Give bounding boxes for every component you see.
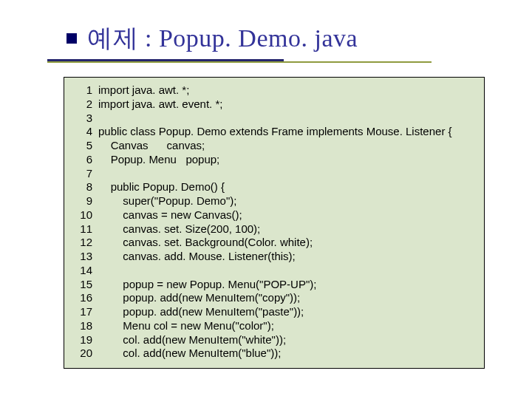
line-number: 20	[72, 347, 92, 361]
code-line: 3	[72, 112, 477, 126]
line-number: 15	[72, 278, 92, 292]
line-number: 9	[72, 194, 92, 208]
line-number: 8	[72, 180, 92, 194]
slide-title: 예제 : Popup. Demo. java	[87, 21, 358, 55]
line-text: canvas = new Canvas();	[98, 208, 477, 222]
title-bullet-icon	[66, 33, 77, 44]
code-line: 13 canvas. add. Mouse. Listener(this);	[72, 250, 477, 264]
code-line: 10 canvas = new Canvas();	[72, 208, 477, 222]
line-number: 3	[72, 112, 92, 126]
slide-title-row: 예제 : Popup. Demo. java	[66, 18, 502, 59]
line-text: import java. awt. event. *;	[98, 98, 477, 112]
line-number: 12	[72, 236, 92, 250]
line-number: 18	[72, 319, 92, 333]
code-line: 14	[72, 264, 477, 278]
code-line: 16 popup. add(new MenuItem("copy"));	[72, 291, 477, 305]
line-text	[98, 167, 477, 181]
line-text: Canvas canvas;	[98, 139, 477, 153]
line-number: 2	[72, 98, 92, 112]
underline-bar-secondary	[47, 61, 432, 63]
line-text: popup. add(new MenuItem("copy"));	[98, 291, 477, 305]
code-line: 1import java. awt. *;	[72, 83, 477, 98]
line-number: 6	[72, 153, 92, 167]
line-number: 5	[72, 139, 92, 153]
code-line: 18 Menu col = new Menu("color");	[72, 319, 477, 333]
code-block: 1import java. awt. *;2import java. awt. …	[64, 77, 485, 369]
line-text	[98, 112, 477, 126]
line-text: col. add(new MenuItem("blue"));	[98, 347, 477, 361]
line-text: popup. add(new MenuItem("paste"));	[98, 305, 477, 319]
code-line: 5 Canvas canvas;	[72, 139, 477, 153]
line-text: canvas. set. Size(200, 100);	[98, 222, 477, 236]
line-text: import java. awt. *;	[98, 83, 477, 98]
code-line: 12 canvas. set. Background(Color. white)…	[72, 236, 477, 250]
line-text: canvas. add. Mouse. Listener(this);	[98, 250, 477, 264]
line-number: 16	[72, 291, 92, 305]
code-line: 17 popup. add(new MenuItem("paste"));	[72, 305, 477, 319]
line-number: 1	[72, 83, 92, 98]
line-text: col. add(new MenuItem("white"));	[98, 333, 477, 347]
line-text: public Popup. Demo() {	[98, 180, 477, 194]
line-text: canvas. set. Background(Color. white);	[98, 236, 477, 250]
code-line: 8 public Popup. Demo() {	[72, 180, 477, 194]
line-number: 19	[72, 333, 92, 347]
code-line: 11 canvas. set. Size(200, 100);	[72, 222, 477, 236]
code-line: 7	[72, 167, 477, 181]
line-number: 13	[72, 250, 92, 264]
line-text: Popup. Menu popup;	[98, 153, 477, 167]
line-number: 11	[72, 222, 92, 236]
line-text: popup = new Popup. Menu("POP-UP");	[98, 278, 477, 292]
code-line: 6 Popup. Menu popup;	[72, 153, 477, 167]
code-line: 4public class Popup. Demo extends Frame …	[72, 125, 477, 139]
line-text: super("Popup. Demo");	[98, 194, 477, 208]
line-number: 7	[72, 167, 92, 181]
line-text: public class Popup. Demo extends Frame i…	[98, 125, 477, 139]
code-line: 19 col. add(new MenuItem("white"));	[72, 333, 477, 347]
code-line: 9 super("Popup. Demo");	[72, 194, 477, 208]
code-line: 15 popup = new Popup. Menu("POP-UP");	[72, 278, 477, 292]
line-text	[98, 264, 477, 278]
line-number: 4	[72, 125, 92, 139]
code-line: 2import java. awt. event. *;	[72, 98, 477, 112]
line-number: 17	[72, 305, 92, 319]
code-line: 20 col. add(new MenuItem("blue"));	[72, 347, 477, 361]
line-text: Menu col = new Menu("color");	[98, 319, 477, 333]
title-underline	[47, 59, 476, 64]
line-number: 10	[72, 208, 92, 222]
line-number: 14	[72, 264, 92, 278]
